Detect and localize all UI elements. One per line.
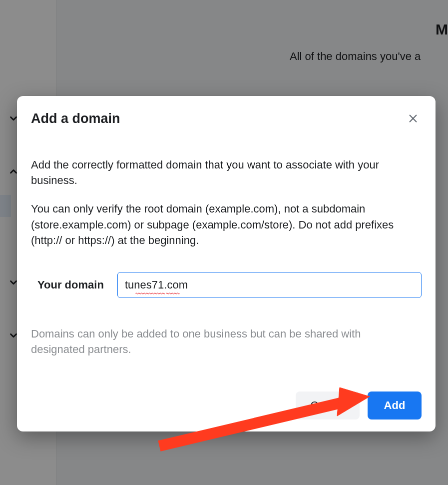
modal-footer: Cancel Add — [31, 392, 422, 420]
modal-header: Add a domain — [31, 110, 422, 127]
domain-input-wrap — [117, 272, 422, 298]
domain-input[interactable] — [117, 272, 422, 298]
domain-field-row: Your domain — [31, 272, 422, 298]
modal-help-text: Domains can only be added to one busines… — [31, 326, 411, 357]
close-button[interactable] — [405, 110, 422, 127]
modal-paragraph-1: Add the correctly formatted domain that … — [31, 157, 416, 188]
domain-field-label: Your domain — [31, 278, 117, 292]
add-domain-modal: Add a domain Add the correctly formatted… — [17, 96, 436, 432]
modal-paragraph-2: You can only verify the root domain (exa… — [31, 201, 416, 248]
cancel-button[interactable]: Cancel — [296, 392, 360, 420]
modal-title: Add a domain — [31, 111, 120, 126]
add-button[interactable]: Add — [368, 392, 422, 420]
